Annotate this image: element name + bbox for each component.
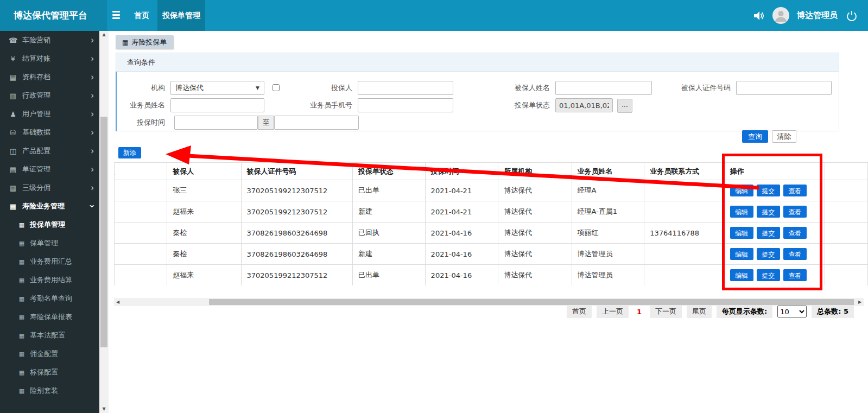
empty-cell (825, 201, 867, 223)
chevron-right-icon: › (91, 53, 94, 63)
sidebar-item-business-fee-settlement[interactable]: ▦业务费用结算 (0, 271, 99, 289)
edit-button[interactable]: 编辑 (730, 227, 753, 239)
clipped-column-header: 、 (115, 163, 167, 180)
empty-cell (825, 265, 867, 286)
user-avatar[interactable] (772, 7, 789, 24)
apply-time-from-input[interactable] (174, 116, 258, 130)
page-current: 1 (633, 306, 645, 317)
sidebar-scrollbar[interactable]: ▲ ▼ (99, 31, 109, 413)
sidebar-item-user-management[interactable]: ♟用户管理› (0, 105, 99, 123)
sidebar-item-commission-config[interactable]: ▦佣金配置 (0, 345, 99, 363)
page-size-select[interactable]: 10 (777, 306, 807, 317)
sidebar-item-document-archive[interactable]: ▤资料存档› (0, 68, 99, 86)
view-button[interactable]: 查看 (783, 206, 807, 218)
applicant-input[interactable] (358, 81, 453, 95)
search-panel: 查询条件 机构 博达保代 ▼ 投保人 被保人姓名 被保人证件号码 业务员姓名 业… (116, 53, 839, 131)
sidebar-scrollbar-thumb[interactable] (100, 117, 107, 347)
sidebar-item-basic-data[interactable]: ⛁基础数据› (0, 123, 99, 142)
sidebar-item-attendance-list-query[interactable]: ▦考勤名单查询 (0, 289, 99, 308)
grid-icon: ▦ (17, 314, 26, 321)
sidebar-item-label: 险别套装 (30, 386, 94, 396)
grid-icon: ▦ (17, 332, 26, 339)
sidebar-item-policy-application-management[interactable]: ▦投保单管理 (0, 215, 99, 234)
submit-button[interactable]: 提交 (757, 269, 780, 281)
scroll-down-icon[interactable]: ▼ (99, 405, 109, 413)
edit-button[interactable]: 编辑 (730, 206, 753, 218)
scroll-up-icon[interactable]: ▲ (99, 31, 109, 39)
sidebar-item-car-insurance-marketing[interactable]: ☎车险营销› (0, 31, 99, 49)
sidebar-item-business-fee-summary[interactable]: ▦业务费用汇总 (0, 252, 99, 271)
page-first-button[interactable]: 首页 (567, 305, 592, 318)
column-header: 被保人证件号码 (241, 163, 353, 180)
status-more-button[interactable]: ... (617, 99, 632, 113)
page-prev-button[interactable]: 上一页 (597, 305, 629, 318)
sidebar-item-label: 投保单管理 (30, 220, 94, 230)
edit-button[interactable]: 编辑 (730, 185, 753, 196)
sidebar-toggle-menu-icon[interactable] (112, 9, 123, 21)
sidebar-item-insurance-package[interactable]: ▦险别套装 (0, 382, 99, 400)
speaker-icon[interactable] (752, 9, 765, 22)
grid-icon: ▦ (17, 387, 26, 395)
submit-button[interactable]: 提交 (757, 206, 780, 218)
sidebar-item-label: 基础数据 (22, 128, 91, 137)
search-form: 机构 博达保代 ▼ 投保人 被保人姓名 被保人证件号码 业务员姓名 业务员手机号… (116, 72, 839, 131)
insured-id-input[interactable] (736, 81, 832, 95)
horizontal-scrollbar-thumb[interactable] (209, 299, 854, 305)
grid-icon: ▦ (122, 39, 128, 46)
logout-power-icon[interactable] (845, 9, 858, 22)
view-button[interactable]: 查看 (783, 269, 807, 281)
org-include-checkbox[interactable] (273, 84, 280, 91)
sidebar-item-policy-management[interactable]: ▦保单管理 (0, 234, 99, 252)
insured-name-input[interactable] (555, 81, 652, 95)
grid-icon: ▦ (17, 240, 26, 247)
sidebar-item-certificate-management[interactable]: ▤单证管理› (0, 160, 99, 179)
table-row: :赵福来370205199212307512已出单2021-04-16博达保代博… (115, 265, 868, 286)
scroll-right-icon[interactable]: ▶ (856, 298, 864, 306)
sidebar-item-basic-law-config[interactable]: ▦基本法配置 (0, 326, 99, 345)
submit-button[interactable]: 提交 (757, 185, 780, 196)
edit-button[interactable]: 编辑 (730, 269, 753, 281)
page-size-label: 每页显示条数: (717, 305, 772, 318)
sidebar-item-life-policy-report[interactable]: ▦寿险保单报表 (0, 308, 99, 326)
chevron-right-icon: › (91, 72, 94, 82)
add-button[interactable]: 新添 (118, 147, 141, 158)
status-input[interactable] (555, 98, 613, 112)
table-cell: 博达保代 (498, 223, 572, 244)
table-row: :赵福来370205199212307512新建2021-04-21博达保代经理… (115, 201, 868, 223)
sidebar-item-three-level-commission[interactable]: ▦三级分佣› (0, 179, 99, 197)
submit-button[interactable]: 提交 (757, 248, 780, 260)
apply-time-to-input[interactable] (274, 116, 359, 130)
org-select[interactable]: 博达保代 ▼ (170, 81, 264, 95)
search-button[interactable]: 查询 (742, 130, 768, 143)
page-last-button[interactable]: 尾页 (687, 305, 712, 318)
view-button[interactable]: 查看 (783, 185, 807, 196)
nav-tab-policy-application[interactable]: 投保单管理 (157, 0, 205, 31)
tab-life-insurance-application[interactable]: ▦ 寿险投保单 (116, 35, 173, 49)
nav-tab-home[interactable]: 首页 (128, 0, 155, 31)
empty-cell (825, 244, 867, 265)
table-cell: 博达管理员 (572, 244, 644, 265)
agent-phone-input[interactable] (358, 98, 453, 112)
top-header: 博达保代管理平台 首页 投保单管理 博达管理员 (0, 0, 868, 31)
view-button[interactable]: 查看 (783, 248, 807, 260)
chevron-right-icon: › (91, 109, 94, 119)
sidebar-item-admin-management[interactable]: ▥行政管理› (0, 86, 99, 105)
table-cell: 博达保代 (498, 201, 572, 223)
scroll-left-icon[interactable]: ◀ (114, 298, 122, 306)
user-name[interactable]: 博达管理员 (797, 10, 838, 21)
sidebar-item-settlement-reconciliation[interactable]: ¥结算对账› (0, 49, 99, 68)
chevron-right-icon: › (91, 164, 94, 174)
column-header: 投保时间 (425, 163, 498, 180)
sidebar-item-product-config[interactable]: ◫产品配置› (0, 142, 99, 160)
page-next-button[interactable]: 下一页 (650, 305, 682, 318)
clear-button[interactable]: 清除 (772, 130, 796, 143)
grid-icon: ▦ (17, 221, 26, 228)
agent-name-input[interactable] (170, 98, 264, 112)
sidebar-item-standard-premium-config[interactable]: ▦标保配置 (0, 363, 99, 382)
edit-button[interactable]: 编辑 (730, 248, 753, 260)
sidebar-item-life-insurance-business[interactable]: ▦寿险业务管理› (0, 197, 99, 215)
table-cell: 370205199212307512 (241, 201, 353, 223)
view-button[interactable]: 查看 (783, 227, 807, 239)
submit-button[interactable]: 提交 (757, 227, 780, 239)
sidebar-submenu: ▦投保单管理▦保单管理▦业务费用汇总▦业务费用结算▦考勤名单查询▦寿险保单报表▦… (0, 215, 99, 400)
